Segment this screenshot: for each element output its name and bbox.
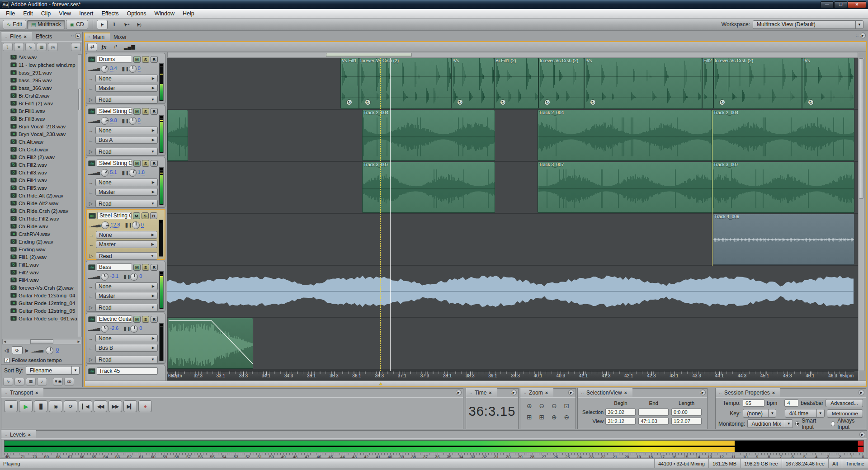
volume-knob[interactable] xyxy=(101,65,108,73)
track-control-2[interactable]: ıılııSteel String GuitMSR▁▂▃▄▅9.8▐▌▐0→No… xyxy=(86,105,165,156)
track-control-3[interactable]: ıılııSteel String GuitMSR▁▂▃▄▅5.1▐▌▐1.8→… xyxy=(86,157,165,208)
tab-zoom[interactable]: ∷ Zoom × xyxy=(520,388,553,397)
solo-button[interactable]: S xyxy=(142,212,149,219)
zoom-out-vertical-button[interactable]: ⊖ xyxy=(561,412,572,422)
file-item[interactable]: ↻Ch.Fill3.wav xyxy=(10,169,78,176)
go-to-end-button[interactable]: ▶▎ xyxy=(123,400,137,412)
track-vscrollbar[interactable] xyxy=(858,58,864,371)
output-select[interactable]: None▶ xyxy=(96,231,157,239)
pan-knob[interactable] xyxy=(129,169,137,177)
rewind-button[interactable]: ◀◀ xyxy=(94,400,107,412)
tab-selection-view[interactable]: ∷ Selection/View × xyxy=(578,388,632,397)
arm-record-button[interactable]: R xyxy=(151,264,158,271)
scrollbar-thumb[interactable] xyxy=(859,58,863,199)
arm-record-button[interactable]: R xyxy=(151,108,158,115)
hybrid-tool[interactable]: ➤ xyxy=(97,20,108,29)
tab-files[interactable]: ∷ Files × xyxy=(1,32,32,41)
play-looped-button[interactable]: ⟳ xyxy=(64,400,77,412)
marker-strip[interactable]: ▲ xyxy=(85,381,866,386)
track-lane-5[interactable] xyxy=(167,266,858,317)
volume-value[interactable]: 9.8 xyxy=(110,118,117,123)
input-select[interactable]: Bus A▶ xyxy=(95,136,158,144)
pan-value[interactable]: 0 xyxy=(141,222,144,228)
key-dropdown[interactable]: (none) ▼ xyxy=(743,409,776,418)
track-name-field[interactable]: Track 45 xyxy=(97,367,158,375)
clip-Track 2_004[interactable]: Track 2_004 xyxy=(712,110,854,161)
volume-value[interactable]: 12.8 xyxy=(110,222,120,228)
clip-!Vs[interactable]: !Vs↻ xyxy=(802,58,854,109)
zoom-out-full-button[interactable]: ⊖ xyxy=(549,401,560,411)
output-select[interactable]: None▶ xyxy=(95,282,158,290)
file-item[interactable]: ıılııCrshRV4.wav xyxy=(10,230,78,238)
show-video-files-icon[interactable]: ▦ xyxy=(26,378,36,385)
menu-effects[interactable]: Effects xyxy=(97,9,123,18)
pan-value[interactable]: 1.8 xyxy=(138,170,145,175)
clip-Fill2[interactable]: Fill2 xyxy=(702,58,713,109)
arm-record-button[interactable]: R xyxy=(150,212,157,219)
close-icon[interactable]: × xyxy=(28,432,31,437)
pan-knob[interactable] xyxy=(129,65,137,73)
tab-mixer[interactable]: Mixer xyxy=(110,33,132,42)
view-length-field[interactable]: 15:2.07 xyxy=(671,418,702,425)
close-file-icon[interactable]: ✕ xyxy=(14,43,24,51)
pan-value[interactable]: 0 xyxy=(138,66,141,71)
solo-button[interactable]: S xyxy=(142,316,149,323)
play-from-cursor-button[interactable]: ◉ xyxy=(49,400,62,412)
zoom-in-vertical-button[interactable]: ⊕ xyxy=(549,412,560,422)
file-item[interactable]: ıılıı11 - low pitched wind.mp xyxy=(10,61,78,69)
go-to-beginning-button[interactable]: ▎◀ xyxy=(79,400,92,412)
selection-begin-field[interactable]: 36:3.02 xyxy=(605,409,636,416)
track-name-field[interactable]: Steel String Guit xyxy=(97,160,132,167)
advanced-button[interactable]: Advanced... xyxy=(826,399,863,407)
filter-icon[interactable]: ▼◉ xyxy=(53,378,63,385)
panel-menu-button[interactable]: ▶ xyxy=(860,33,866,38)
track-lane-4[interactable]: Track 4_009 xyxy=(167,214,858,265)
track-name-field[interactable]: Steel String Guit xyxy=(97,212,132,219)
volume-knob[interactable] xyxy=(101,273,108,281)
file-item[interactable]: ↻Br.Fill1.wav xyxy=(10,107,78,115)
scrollbar-thumb[interactable] xyxy=(78,89,81,110)
view-button-multitrack[interactable]: ▤Multitrack xyxy=(27,20,65,29)
panel-menu-button[interactable]: ▶ xyxy=(859,390,864,395)
scrollbar-thumb[interactable] xyxy=(326,53,412,57)
file-item[interactable]: ıılııbass_291.wav xyxy=(10,69,78,76)
insert-into-cd-icon[interactable]: ▦ xyxy=(37,43,47,51)
levels-meter[interactable]: dB-71-70-69-68-67-66-65-64-63-62-61-60-5… xyxy=(1,438,867,457)
file-item[interactable]: ıılııGuitar Rode 12string_04 xyxy=(10,291,78,299)
close-icon[interactable]: × xyxy=(624,390,627,395)
scroll-left-icon[interactable]: ◀ xyxy=(4,339,6,344)
automation-mode-select[interactable]: Read▼ xyxy=(95,148,158,155)
pan-knob[interactable] xyxy=(130,325,138,333)
clip-Track 2_004[interactable]: Track 2_004 xyxy=(362,110,495,161)
stop-button[interactable]: ■ xyxy=(4,400,18,412)
file-list-hscrollbar[interactable]: ◀ ▶ xyxy=(2,339,81,344)
minimize-button[interactable]: — xyxy=(821,1,834,8)
file-item[interactable]: ↻Fill4.wav xyxy=(10,276,78,284)
selection-length-field[interactable]: 0:0.00 xyxy=(671,409,702,416)
input-select[interactable]: Master▶ xyxy=(95,292,158,300)
menu-help[interactable]: Help xyxy=(179,9,198,18)
track-control-4[interactable]: ıılııSteel String GuitMSR▁▂▃▄▅12.8▐▌▐0→N… xyxy=(86,209,165,260)
sort-by-dropdown[interactable]: Filename ▼ xyxy=(26,366,80,375)
automation-mode-select[interactable]: Read▼ xyxy=(95,200,158,207)
clip-forever-Vs.Crsh (2)[interactable]: forever-Vs.Crsh (2)↻ xyxy=(538,58,584,109)
file-item[interactable]: ↻Ch.Fill2.wav xyxy=(10,161,78,169)
solo-button[interactable]: S xyxy=(142,160,149,167)
punch-in-icon[interactable]: ↱ xyxy=(111,43,121,51)
view-begin-field[interactable]: 31:2.12 xyxy=(605,418,636,425)
metronome-button[interactable]: Metronome xyxy=(827,409,863,418)
clip-forever-Vs.Crsh (2)[interactable]: forever-Vs.Crsh (2)↻ xyxy=(713,58,802,109)
record-button[interactable]: ● xyxy=(138,400,152,412)
show-midi-files-icon[interactable]: ♪ xyxy=(37,378,47,385)
clip-!Vs[interactable]: !Vs↻ xyxy=(584,58,702,109)
file-item[interactable]: ↻Ch.Alt.wav xyxy=(10,138,78,146)
panel-menu-button[interactable]: ▶ xyxy=(568,390,574,395)
track-name-field[interactable]: Bass xyxy=(97,263,132,271)
beats-per-bar-field[interactable]: 4 xyxy=(784,400,798,407)
mute-button[interactable]: M xyxy=(133,212,140,219)
close-icon[interactable]: × xyxy=(489,390,491,395)
restore-button[interactable]: ❐ xyxy=(834,1,847,8)
chevron-down-icon[interactable]: ▼ xyxy=(855,21,863,28)
file-item[interactable]: ıılııBryn Vocal_218.wav xyxy=(10,122,78,130)
arm-record-button[interactable]: R xyxy=(151,160,158,167)
